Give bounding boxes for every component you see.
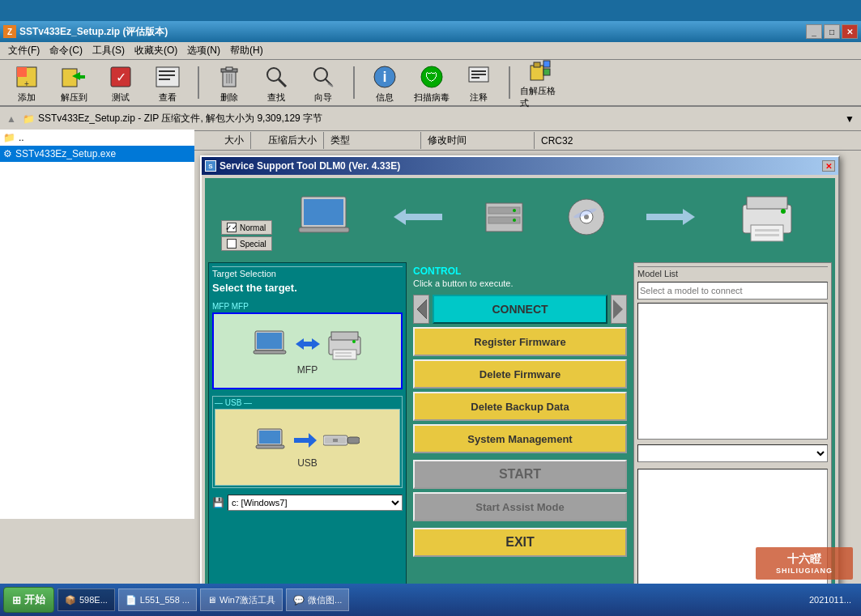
menu-tools[interactable]: 工具(S) — [87, 42, 130, 59]
delete-firmware-button[interactable]: Delete Firmware — [413, 359, 627, 389]
menu-help[interactable]: 帮助(H) — [225, 42, 268, 59]
normal-checkbox[interactable]: ✓ — [227, 223, 237, 232]
normal-mode-btn[interactable]: ✓ Normal — [221, 220, 272, 235]
info-button[interactable]: i 信息 — [364, 62, 405, 104]
address-text: SSTv433Ez_Setup.zip - ZIP 压缩文件, 解包大小为 9,… — [38, 112, 322, 125]
svg-point-56 — [781, 209, 786, 214]
file-name-exe: SSTv433Ez_Setup.exe — [15, 148, 116, 159]
svg-marker-38 — [394, 209, 406, 225]
menu-file[interactable]: 文件(F) — [3, 42, 45, 59]
view-button[interactable]: 查看 — [147, 62, 188, 104]
app-title-bar: S Service Support Tool DLM0 (Ver. 4.33E)… — [202, 157, 838, 175]
add-button[interactable]: + 添加 — [6, 62, 47, 104]
left-arrow-btn[interactable] — [413, 295, 429, 324]
mfp-target-box[interactable]: MFP — [212, 312, 403, 389]
svg-rect-30 — [471, 77, 480, 79]
svg-rect-1 — [17, 67, 27, 77]
control-section-label: CONTROL — [413, 266, 627, 277]
svg-rect-67 — [335, 355, 352, 357]
col-type: 类型 — [324, 132, 421, 149]
svg-marker-60 — [296, 338, 304, 350]
find-button[interactable]: 查找 — [256, 62, 296, 104]
toolbar: + 添加 解压到 ✓ 测试 — [0, 60, 861, 107]
special-mode-btn[interactable]: Special — [221, 236, 272, 251]
model-list-title: Model List — [637, 266, 828, 278]
close-btn[interactable]: ✕ — [842, 24, 858, 39]
svg-rect-14 — [226, 67, 232, 70]
menu-command[interactable]: 命令(C) — [45, 42, 87, 59]
test-button[interactable]: ✓ 测试 — [100, 62, 141, 104]
win7-icon: 🖥 — [207, 595, 216, 605]
start-button[interactable]: START — [413, 460, 627, 489]
comment-button[interactable]: 注释 — [458, 62, 499, 104]
delete-backup-button[interactable]: Delete Backup Data — [413, 392, 627, 421]
taskbar-item-winrar[interactable]: 📦 598E... — [58, 588, 115, 611]
taskbar-item-win7[interactable]: 🖥 Win7激活工具 — [200, 588, 283, 611]
app-close-button[interactable]: ✕ — [822, 160, 835, 172]
system-management-button[interactable]: System Management — [413, 424, 627, 453]
usb-label: USB — [297, 457, 318, 469]
usb-target-box[interactable]: USB — [215, 409, 400, 486]
svg-rect-3 — [62, 69, 77, 87]
svg-rect-34 — [543, 69, 550, 75]
register-firmware-button[interactable]: Register Firmware — [413, 327, 627, 356]
wechat-icon: 💬 — [293, 595, 305, 605]
right-arrow-btn[interactable] — [611, 295, 627, 324]
svg-text:i: i — [382, 69, 386, 85]
svg-rect-11 — [159, 79, 170, 80]
folder-up-icon: 📁 — [3, 132, 15, 143]
maximize-btn[interactable]: □ — [824, 24, 840, 39]
menu-favorites[interactable]: 收藏夹(O) — [130, 42, 182, 59]
taskbar-item-wechat[interactable]: 💬 微信图... — [286, 588, 349, 611]
sfx-button[interactable]: 自解压格式 — [520, 56, 561, 109]
connect-row: CONNECT — [413, 295, 627, 324]
drive-dropdown[interactable]: c: [Windows7] — [228, 495, 403, 511]
svg-rect-5 — [77, 75, 85, 79]
scan-virus-button[interactable]: 🛡 扫描病毒 — [411, 62, 452, 104]
svg-rect-39 — [406, 214, 442, 220]
taskbar: ⊞ 开始 📦 598E... 📄 L551_558 ... 🖥 Win7激活工具… — [0, 584, 861, 616]
drive-icon: 💾 — [212, 497, 224, 508]
exit-button[interactable]: EXIT — [413, 528, 627, 557]
svg-rect-53 — [751, 225, 783, 241]
test-icon: ✓ — [106, 62, 135, 91]
special-checkbox[interactable] — [227, 239, 237, 249]
control-panel: CONTROL Click a button to execute. CONNE… — [410, 262, 630, 609]
mode-buttons: ✓ Normal Special — [221, 220, 272, 251]
windows-icon: ⊞ — [12, 594, 21, 606]
mfp-section-label: MFP MFP — [212, 302, 403, 311]
model-dropdown[interactable] — [637, 444, 828, 462]
connect-button[interactable]: CONNECT — [433, 295, 607, 324]
taskbar-item-l551[interactable]: 📄 L551_558 ... — [118, 588, 197, 611]
svg-marker-80 — [613, 300, 623, 319]
nav-back-icon[interactable]: ▲ — [6, 113, 16, 125]
extract-button[interactable]: 解压到 — [53, 62, 94, 104]
address-bar: ▲ 📁 SSTv433Ez_Setup.zip - ZIP 压缩文件, 解包大小… — [0, 107, 861, 131]
model-list-area[interactable] — [637, 303, 828, 440]
info-icon: i — [370, 62, 399, 91]
title-bar: Z SSTv433Ez_Setup.zip (评估版本) _ □ ✕ — [0, 21, 861, 42]
extract-icon — [59, 62, 88, 91]
wizard-button[interactable]: 向导 — [303, 62, 343, 104]
file-list[interactable]: 📁 .. ⚙ SSTv433Ez_Setup.exe — [0, 130, 194, 519]
start-assist-mode-button[interactable]: Start Assist Mode — [413, 492, 627, 521]
svg-rect-76 — [347, 437, 360, 444]
app-window: S Service Support Tool DLM0 (Ver. 4.33E)… — [200, 155, 840, 616]
right-arrow-graphic — [646, 205, 695, 232]
address-dropdown-icon[interactable]: ▼ — [845, 113, 855, 125]
printer-graphic — [735, 189, 799, 249]
app-content: ✓ Normal Special — [205, 178, 835, 612]
minimize-btn[interactable]: _ — [806, 24, 822, 39]
model-search-input[interactable] — [637, 282, 828, 300]
svg-point-43 — [513, 209, 516, 212]
file-row-exe[interactable]: ⚙ SSTv433Ez_Setup.exe — [0, 146, 194, 162]
col-modified: 修改时间 — [421, 132, 535, 149]
svg-rect-33 — [543, 61, 550, 67]
menu-options[interactable]: 选项(N) — [182, 42, 225, 59]
svg-text:✓: ✓ — [116, 70, 126, 84]
start-button[interactable]: ⊞ 开始 — [3, 587, 54, 613]
usb-inner — [255, 427, 360, 454]
delete-button[interactable]: 删除 — [209, 62, 249, 104]
file-row-parent[interactable]: 📁 .. — [0, 130, 194, 146]
comment-icon — [464, 62, 493, 91]
